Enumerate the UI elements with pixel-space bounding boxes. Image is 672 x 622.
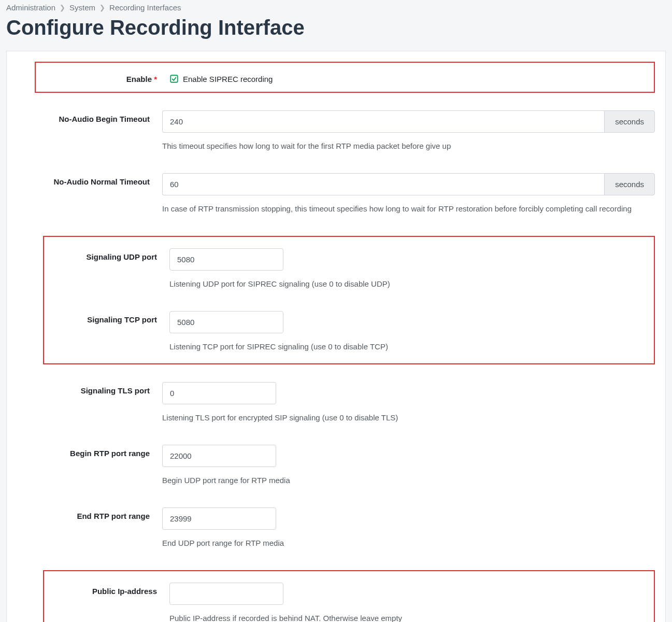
end-rtp-port-range-input[interactable] (162, 507, 276, 530)
help-begin-rtp-port-range: Begin UDP port range for RTP media (162, 474, 655, 487)
form-row-signaling-tls-port: Signaling TLS port Listening TLS port fo… (17, 382, 655, 424)
unit-seconds: seconds (604, 173, 655, 195)
label-signaling-udp-port: Signaling UDP port (50, 248, 169, 261)
form-row-no-audio-begin-timeout: No-Audio Begin Timeout seconds This time… (17, 110, 655, 152)
breadcrumb-system[interactable]: System (69, 3, 95, 12)
label-end-rtp-port-range: End RTP port range (17, 507, 162, 520)
form-row-no-audio-normal-timeout: No-Audio Normal Timeout seconds In case … (17, 173, 655, 215)
signaling-udp-port-input[interactable] (169, 248, 283, 271)
chevron-right-icon: ❯ (60, 4, 65, 11)
svg-rect-0 (170, 75, 178, 82)
enable-checkbox[interactable]: Enable SIPREC recording (169, 74, 648, 83)
no-audio-normal-timeout-input[interactable] (162, 173, 604, 195)
page-title: Configure Recording Interface (6, 16, 666, 39)
form-panel: Enable * Enable SIPREC recording No-Audi… (6, 51, 666, 622)
checkbox-checked-icon (169, 74, 179, 83)
help-end-rtp-port-range: End UDP port range for RTP media (162, 537, 655, 549)
form-row-public-ip-address: Public Ip-address Public IP-address if r… (50, 583, 648, 622)
chevron-right-icon: ❯ (99, 4, 105, 11)
form-row-enable: Enable * Enable SIPREC recording (42, 74, 648, 83)
label-signaling-tcp-port: Signaling TCP port (50, 311, 169, 324)
label-no-audio-normal-timeout: No-Audio Normal Timeout (17, 173, 162, 186)
help-signaling-tls-port: Listening TLS port for encrypted SIP sig… (162, 412, 655, 424)
unit-seconds: seconds (604, 110, 655, 133)
breadcrumb-recording-interfaces[interactable]: Recording Interfaces (109, 3, 181, 12)
breadcrumb: Administration ❯ System ❯ Recording Inte… (6, 0, 666, 14)
help-public-ip-address: Public IP-address if recorded is behind … (169, 612, 648, 622)
form-row-signaling-udp-port: Signaling UDP port Listening UDP port fo… (50, 248, 648, 290)
label-no-audio-begin-timeout: No-Audio Begin Timeout (17, 110, 162, 123)
breadcrumb-administration[interactable]: Administration (6, 3, 55, 12)
highlight-signaling-ports: Signaling UDP port Listening UDP port fo… (43, 236, 655, 364)
form-row-begin-rtp-port-range: Begin RTP port range Begin UDP port rang… (17, 445, 655, 487)
public-ip-address-input[interactable] (169, 583, 283, 605)
label-public-ip-address: Public Ip-address (50, 583, 169, 596)
enable-checkbox-label: Enable SIPREC recording (183, 75, 273, 83)
highlight-public-ip: Public Ip-address Public IP-address if r… (43, 570, 655, 622)
label-signaling-tls-port: Signaling TLS port (17, 382, 162, 395)
highlight-enable: Enable * Enable SIPREC recording (35, 62, 655, 93)
help-no-audio-normal-timeout: In case of RTP transmission stopping, th… (162, 203, 655, 215)
signaling-tcp-port-input[interactable] (169, 311, 283, 333)
label-enable: Enable * (42, 75, 169, 83)
label-begin-rtp-port-range: Begin RTP port range (17, 445, 162, 458)
begin-rtp-port-range-input[interactable] (162, 445, 276, 467)
no-audio-begin-timeout-input[interactable] (162, 110, 604, 133)
form-row-signaling-tcp-port: Signaling TCP port Listening TCP port fo… (50, 311, 648, 353)
signaling-tls-port-input[interactable] (162, 382, 276, 404)
help-signaling-tcp-port: Listening TCP port for SIPREC signaling … (169, 341, 648, 353)
required-asterisk: * (154, 75, 157, 83)
help-signaling-udp-port: Listening UDP port for SIPREC signaling … (169, 278, 648, 290)
form-row-end-rtp-port-range: End RTP port range End UDP port range fo… (17, 507, 655, 549)
help-no-audio-begin-timeout: This timeout specifies how long to wait … (162, 140, 655, 152)
